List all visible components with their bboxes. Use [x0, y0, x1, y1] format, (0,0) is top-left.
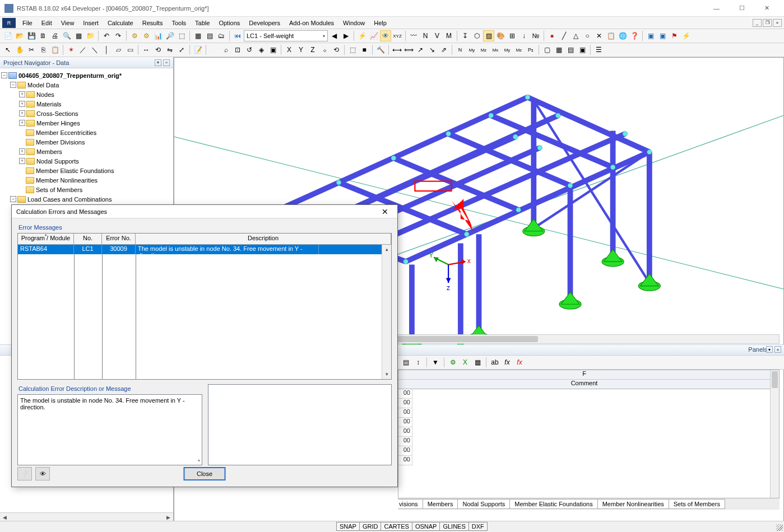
sheet-tab-members[interactable]: Members [423, 499, 458, 509]
error-row[interactable]: RSTAB64 LC1 30009 The model is unstable … [18, 245, 391, 254]
mirror-icon[interactable]: ⇋ [164, 44, 175, 55]
sheet-tab-nodal-supports[interactable]: Nodal Supports [457, 499, 510, 509]
sheet-tab-nonlinearities[interactable]: Member Nonlinearities [597, 499, 669, 509]
layers-icon[interactable]: ☰ [593, 44, 604, 55]
view-iso-icon[interactable]: ⬦ [319, 44, 330, 55]
error-col-desc[interactable]: Description [136, 234, 391, 244]
table-units-icon[interactable]: ab [489, 357, 500, 368]
table-filter-icon[interactable]: ▼ [430, 357, 441, 368]
label-my-icon[interactable]: My [466, 44, 477, 55]
guide2-icon[interactable]: ↘ [426, 44, 438, 55]
tree-nodes[interactable]: Nodes [36, 91, 54, 98]
project-icon[interactable]: 📁 [85, 30, 96, 41]
tree-model-data[interactable]: Model Data [27, 82, 59, 88]
menu-file[interactable]: File [18, 18, 37, 27]
undo-icon[interactable]: ↶ [101, 30, 112, 41]
grid-icon[interactable]: ▦ [192, 30, 203, 41]
window-cascade-icon[interactable]: ▤ [565, 44, 576, 55]
mdi-minimize-button[interactable]: _ [753, 19, 762, 27]
cut-icon[interactable]: ✂ [26, 44, 37, 55]
view-y-icon[interactable]: Y [295, 44, 307, 55]
node-tool-icon[interactable]: ● [546, 30, 558, 41]
calculate-icon[interactable]: ⚙ [129, 30, 140, 41]
menu-addon-modules[interactable]: Add-on Modules [285, 18, 338, 27]
menu-window[interactable]: Window [338, 18, 369, 27]
module-2-icon[interactable]: ▣ [657, 30, 668, 41]
save-as-icon[interactable]: 🗎 [38, 30, 49, 41]
resize-grip-icon[interactable] [776, 524, 783, 531]
view-z-icon[interactable]: Z [307, 44, 318, 55]
zoom-window-icon[interactable]: ⊡ [232, 44, 243, 55]
print-icon[interactable]: 🖨 [49, 30, 61, 41]
find-icon[interactable]: 🔎 [164, 30, 175, 41]
table-v-scrollbar[interactable] [770, 370, 779, 498]
table-cell[interactable]: 00 [398, 418, 412, 427]
flag-icon[interactable]: ⚑ [669, 30, 680, 41]
load-icon[interactable]: ↓ [518, 30, 530, 41]
color-icon[interactable]: 🎨 [495, 30, 506, 41]
error-col-program[interactable]: ▴Program / Module [18, 234, 74, 244]
table-gear-icon[interactable]: ⚙ [447, 357, 458, 368]
member-insert-icon[interactable]: ＼ [89, 44, 100, 55]
menu-edit[interactable]: Edit [37, 18, 57, 27]
solid-insert-icon[interactable]: ▭ [124, 44, 136, 55]
block-manager-icon[interactable]: ▦ [73, 30, 84, 41]
label-my2-icon[interactable]: My [502, 44, 513, 55]
tree-members[interactable]: Members [36, 148, 62, 155]
error-col-errno[interactable]: Error No. [102, 234, 136, 244]
table-cell[interactable]: 00 [398, 399, 412, 408]
menu-developers[interactable]: Developers [244, 18, 285, 27]
status-snap-button[interactable]: SNAP [336, 522, 360, 531]
numbering-icon[interactable]: № [530, 30, 541, 41]
table-edit-icon[interactable]: ▤ [400, 357, 411, 368]
section-icon[interactable]: ⊞ [507, 30, 518, 41]
member-insert2-icon[interactable]: │ [101, 44, 112, 55]
print-preview-icon[interactable]: 🔍 [61, 30, 72, 41]
tree-member-ecc[interactable]: Member Eccentricities [36, 129, 96, 136]
tree-materials[interactable]: Materials [36, 101, 62, 108]
v-force-icon[interactable]: V [432, 30, 443, 41]
wireframe-icon[interactable]: ⬚ [347, 44, 358, 55]
lightning-icon[interactable]: ⚡ [356, 30, 368, 41]
deform-icon[interactable]: 〰 [408, 30, 419, 41]
menu-table[interactable]: Table [191, 18, 214, 27]
table-sort-icon[interactable]: ↕ [412, 357, 424, 368]
table-icon[interactable]: ▤ [204, 30, 215, 41]
eye-icon[interactable]: 👁 [380, 30, 391, 41]
guide1-icon[interactable]: ↗ [415, 44, 426, 55]
data-table[interactable]: F Comment 00 00 00 00 00 00 00 00 [398, 370, 780, 498]
new-icon[interactable]: 📄 [2, 30, 13, 41]
globe-icon[interactable]: 🌐 [617, 30, 628, 41]
navigator-icon[interactable]: 🗂 [216, 30, 227, 41]
menu-view[interactable]: View [57, 18, 79, 27]
dim2-icon[interactable]: ⟺ [403, 44, 414, 55]
error-grid[interactable]: ▴Program / Module No. Error No. Descript… [17, 233, 392, 380]
table-cell[interactable]: 00 [398, 427, 412, 437]
dim-icon[interactable]: ⟷ [391, 44, 402, 55]
zoom-all-icon[interactable]: ⌕ [220, 44, 231, 55]
table-cell[interactable]: 00 [398, 456, 412, 465]
bolt-icon[interactable]: ⚡ [680, 30, 692, 41]
loadcase-combo[interactable]: LC1 - Self-weight▾ [244, 30, 328, 41]
menu-insert[interactable]: Insert [78, 18, 103, 27]
view-x-icon[interactable]: X [284, 44, 295, 55]
view-free-icon[interactable]: ⟲ [331, 44, 342, 55]
table-export-icon[interactable]: ▦ [472, 357, 483, 368]
maximize-button[interactable]: ☐ [729, 0, 754, 17]
sheet-tab-divisions[interactable]: visions [398, 499, 423, 509]
support-tool-icon[interactable]: △ [570, 30, 581, 41]
status-dxf-button[interactable]: DXF [468, 522, 488, 531]
select-icon[interactable]: ⬚ [176, 30, 187, 41]
panels-close-icon[interactable]: × [774, 346, 781, 353]
scale-icon[interactable]: ⤢ [176, 44, 187, 55]
open-icon[interactable]: 📂 [14, 30, 25, 41]
loadcase-next-icon[interactable]: ▶ [340, 30, 351, 41]
dialog-close-icon[interactable]: ✕ [377, 207, 393, 216]
tree-nodal-supports[interactable]: Nodal Supports [36, 158, 79, 165]
menu-options[interactable]: Options [214, 18, 244, 27]
menu-help[interactable]: Help [369, 18, 391, 27]
label-p-icon[interactable]: P₂ [525, 44, 536, 55]
render-icon[interactable]: ▨ [483, 30, 494, 41]
node-display-icon[interactable]: ⬡ [471, 30, 483, 41]
navigator-close-icon[interactable]: × [163, 59, 170, 66]
